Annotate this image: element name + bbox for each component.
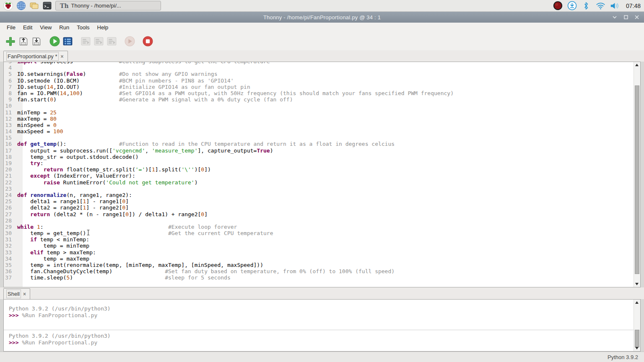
editor-scrollbar-thumb[interactable]: [635, 85, 639, 274]
shell-scroll-up-icon[interactable]: [635, 301, 639, 304]
shell-session-separator: [4, 330, 640, 330]
step-over-button: [80, 36, 91, 47]
save-file-button[interactable]: [31, 36, 42, 47]
code-line: 37 time.sleep(5) #sleep for 5 seconds: [4, 274, 634, 281]
menu-view[interactable]: View: [36, 23, 55, 31]
code-line: 24def renormalize(n, range1, range2):: [4, 192, 634, 198]
code-line: 31 if temp < minTemp:: [4, 236, 634, 243]
line-number: 3: [4, 62, 17, 65]
step-into-button: [93, 36, 104, 47]
line-number: 19: [4, 160, 17, 166]
status-bar: Python 3.9.2: [0, 352, 644, 362]
scroll-down-icon[interactable]: [635, 283, 639, 285]
line-number: 37: [4, 274, 17, 281]
shell-welcome-line: Python 3.9.2 (/usr/bin/python3): [9, 333, 640, 339]
web-browser-icon[interactable]: [16, 1, 26, 10]
shell-output: Python 3.9.2 (/usr/bin/python3)>>> %Run …: [4, 300, 640, 346]
code-line: 19 try:: [4, 160, 634, 166]
line-number: 30: [4, 230, 17, 236]
shell-scrollbar[interactable]: [634, 300, 640, 351]
maximize-window-icon[interactable]: [624, 15, 628, 19]
menu-help[interactable]: Help: [93, 23, 112, 31]
run-script-button[interactable]: [49, 36, 60, 47]
code-line: 12maxTemp = 80: [4, 116, 634, 122]
line-number: 6: [4, 78, 17, 84]
code-line: 20 return float(temp_str.split('=')[1].s…: [4, 166, 634, 173]
shell-prompt: >>>: [9, 312, 22, 318]
code-line: 29while 1: #Execute loop forever: [4, 224, 634, 230]
code-line: 30 temp = get_temp() #Get the current CP…: [4, 230, 634, 236]
bluetooth-icon[interactable]: [582, 1, 591, 10]
wifi-icon[interactable]: [596, 1, 605, 10]
line-number: 17: [4, 147, 17, 154]
code-line: 34 temp = maxTemp: [4, 256, 634, 262]
terminal-icon[interactable]: [42, 1, 52, 10]
red-indicator-icon[interactable]: [553, 1, 563, 10]
line-number: 4: [4, 65, 17, 71]
file-manager-icon[interactable]: [29, 1, 39, 10]
stop-button[interactable]: [142, 36, 153, 47]
new-file-button[interactable]: [5, 36, 16, 47]
code-line: 6IO.setmode (IO.BCM) #BCM pin numbers - …: [4, 78, 634, 84]
line-number: 32: [4, 243, 17, 249]
debug-script-button[interactable]: [62, 36, 73, 47]
code-line: 28: [4, 217, 634, 224]
line-number: 5: [4, 71, 17, 77]
window-title: Thonny - /home/pi/FanProportional.py @ 3…: [263, 14, 381, 21]
code-line: 18 temp_str = output.stdout.decode(): [4, 154, 634, 160]
shell-prompt: >>>: [9, 339, 22, 346]
line-number: 7: [4, 84, 17, 90]
line-number: 14: [4, 128, 17, 134]
taskbar-thonny-label: Thonny - /home/pi/...: [71, 3, 121, 9]
line-number: 9: [4, 96, 17, 103]
step-out-button: [106, 36, 117, 47]
editor-scrollbar[interactable]: [634, 62, 640, 287]
code-area: 3import subprocess #Calling subprocess t…: [4, 62, 634, 281]
tab-label: FanProportional.py *: [8, 53, 57, 59]
code-editor[interactable]: 3import subprocess #Calling subprocess t…: [3, 62, 641, 287]
line-number: 36: [4, 268, 17, 274]
tab-close-icon[interactable]: ×: [61, 54, 64, 59]
code-line: 25 delta1 = range1[1] - range1[0]: [4, 198, 634, 204]
line-number: 26: [4, 204, 17, 211]
tab-shell[interactable]: Shell ×: [3, 288, 30, 299]
tab-fanproportional[interactable]: FanProportional.py * ×: [3, 51, 68, 62]
menu-tools[interactable]: Tools: [73, 23, 93, 31]
line-number: 35: [4, 262, 17, 268]
shell-tab-label: Shell: [8, 291, 20, 297]
taskbar-thonny-button[interactable]: Th Thonny - /home/pi/...: [55, 1, 161, 10]
code-line: 16def get_temp(): #Function to read in t…: [4, 141, 634, 147]
line-number: 11: [4, 109, 17, 116]
shell-scrollbar-thumb[interactable]: [635, 330, 639, 347]
code-line: 26 delta2 = range2[1] - range2[0]: [4, 204, 634, 211]
code-line: 3import subprocess #Calling subprocess t…: [4, 62, 634, 65]
system-tray: 07:48: [553, 1, 641, 10]
line-number: 33: [4, 249, 17, 256]
shade-window-icon[interactable]: [612, 16, 617, 19]
shell-tab-close-icon[interactable]: ×: [23, 292, 26, 297]
line-number: 16: [4, 141, 17, 147]
code-line: 15: [4, 134, 634, 141]
code-line: 33 elif temp > maxTemp:: [4, 249, 634, 256]
shell-panel[interactable]: Python 3.9.2 (/usr/bin/python3)>>> %Run …: [3, 299, 641, 352]
shell-tab-bar: Shell ×: [0, 287, 644, 299]
shell-command: %Run FanProportional.py: [22, 339, 97, 346]
updates-icon[interactable]: [567, 1, 577, 10]
volume-icon[interactable]: [610, 1, 620, 10]
close-window-icon[interactable]: [635, 15, 639, 19]
menu-run[interactable]: Run: [55, 23, 73, 31]
resume-button: [124, 36, 135, 47]
raspberry-menu-icon[interactable]: [3, 1, 13, 10]
line-number: 18: [4, 154, 17, 160]
clock: 07:48: [626, 3, 641, 9]
code-line: 7IO.setup(14,IO.OUT) #Initialize GPIO14 …: [4, 84, 634, 90]
menu-edit[interactable]: Edit: [19, 23, 36, 31]
menu-file[interactable]: File: [3, 23, 19, 31]
line-number: 15: [4, 134, 17, 141]
line-number: 21: [4, 173, 17, 179]
scroll-up-icon[interactable]: [635, 64, 639, 66]
load-file-button[interactable]: [18, 36, 29, 47]
code-line: 10: [4, 103, 634, 109]
shell-scroll-down-icon[interactable]: [635, 347, 639, 349]
line-number: 13: [4, 122, 17, 128]
